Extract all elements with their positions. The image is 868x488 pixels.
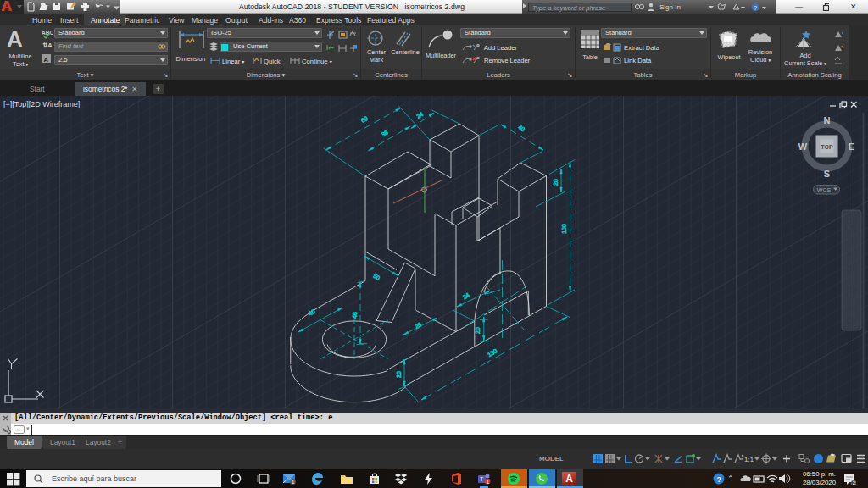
svg-text:A: A (44, 56, 49, 64)
svg-text:20: 20 (475, 327, 481, 334)
svg-text:TOP: TOP (821, 144, 833, 150)
svg-text:20: 20 (396, 371, 402, 378)
svg-text:WCS: WCS (817, 187, 832, 193)
svg-text:20: 20 (553, 179, 559, 186)
svg-text:48: 48 (352, 312, 358, 319)
svg-text:1:1: 1:1 (744, 456, 754, 463)
svg-text:?: ? (717, 475, 722, 484)
svg-text:Sign In: Sign In (659, 3, 681, 11)
svg-text:⇅A: ⇅A (42, 42, 53, 49)
svg-text:[−][Top][2D Wireframe]: [−][Top][2D Wireframe] (3, 100, 80, 108)
svg-text:ABC: ABC (42, 30, 53, 36)
svg-text:S: S (824, 169, 830, 179)
svg-text:N: N (824, 115, 831, 125)
svg-text:100: 100 (561, 224, 567, 234)
svg-text:W: W (798, 141, 808, 152)
svg-text:E: E (849, 141, 854, 152)
svg-text:?: ? (754, 3, 757, 11)
svg-text:T: T (480, 476, 484, 482)
